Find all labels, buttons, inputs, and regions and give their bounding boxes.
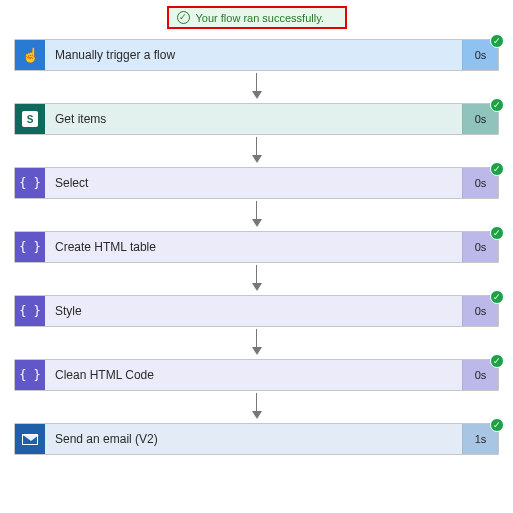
step-manual-trigger[interactable]: ☝ Manually trigger a flow 0s ✓	[14, 39, 499, 71]
flow-arrow	[14, 391, 499, 423]
status-success-icon: ✓	[490, 98, 504, 112]
flow-arrow	[14, 327, 499, 359]
step-label: Manually trigger a flow	[45, 40, 462, 70]
sharepoint-icon: S	[15, 104, 45, 134]
step-style[interactable]: { } Style 0s ✓	[14, 295, 499, 327]
step-label: Send an email (V2)	[45, 424, 462, 454]
step-send-email[interactable]: Send an email (V2) 1s ✓	[14, 423, 499, 455]
status-success-icon: ✓	[490, 290, 504, 304]
flow-run-steps: ☝ Manually trigger a flow 0s ✓ S Get ite…	[0, 39, 513, 455]
data-operation-icon: { }	[15, 360, 45, 390]
step-create-html-table[interactable]: { } Create HTML table 0s ✓	[14, 231, 499, 263]
step-label: Get items	[45, 104, 462, 134]
step-label: Select	[45, 168, 462, 198]
status-success-icon: ✓	[490, 418, 504, 432]
step-get-items[interactable]: S Get items 0s ✓	[14, 103, 499, 135]
outlook-mail-icon	[15, 424, 45, 454]
status-success-icon: ✓	[490, 34, 504, 48]
touch-icon: ☝	[15, 40, 45, 70]
flow-arrow	[14, 135, 499, 167]
flow-run-success-banner: ✓ Your flow ran successfully.	[167, 6, 347, 29]
step-label: Style	[45, 296, 462, 326]
data-operation-icon: { }	[15, 296, 45, 326]
status-success-icon: ✓	[490, 354, 504, 368]
step-select[interactable]: { } Select 0s ✓	[14, 167, 499, 199]
data-operation-icon: { }	[15, 168, 45, 198]
flow-arrow	[14, 199, 499, 231]
step-clean-html-code[interactable]: { } Clean HTML Code 0s ✓	[14, 359, 499, 391]
flow-arrow	[14, 263, 499, 295]
flow-arrow	[14, 71, 499, 103]
status-success-icon: ✓	[490, 226, 504, 240]
success-check-icon: ✓	[177, 11, 190, 24]
success-banner-text: Your flow ran successfully.	[196, 12, 324, 24]
step-label: Create HTML table	[45, 232, 462, 262]
step-label: Clean HTML Code	[45, 360, 462, 390]
status-success-icon: ✓	[490, 162, 504, 176]
data-operation-icon: { }	[15, 232, 45, 262]
